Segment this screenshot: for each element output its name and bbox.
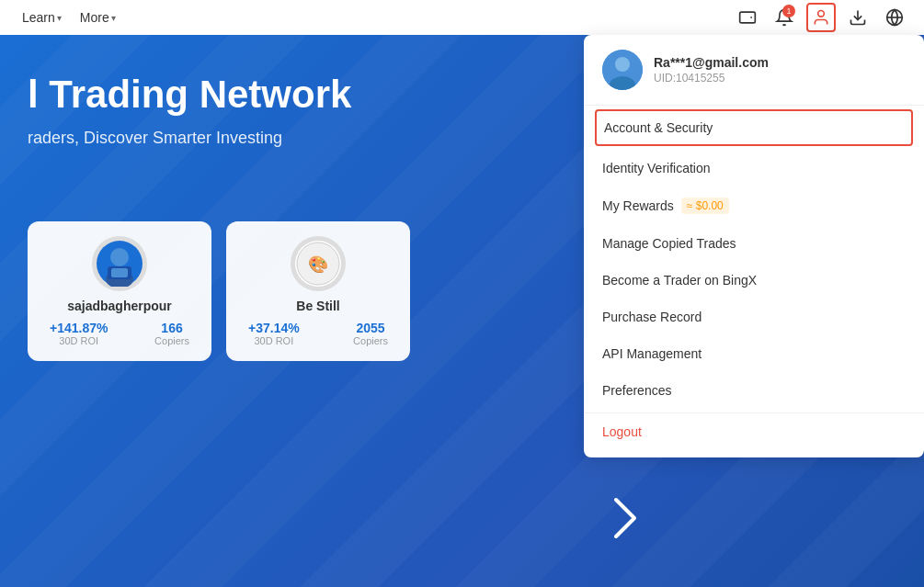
nav-left: Learn ▾ More ▾ [15,6,123,28]
svg-rect-0 [740,12,756,23]
trader-name-2: Be Still [248,299,388,313]
svg-point-6 [110,248,129,266]
menu-label-purchase-record: Purchase Record [602,310,702,324]
trader-stats-2: +37.14% 30D ROI 2055 Copiers [248,321,388,346]
trader-card-2[interactable]: 🎨 Be Still +37.14% 30D ROI 2055 Copiers [226,221,410,361]
notification-badge: 1 [782,5,795,17]
profile-button[interactable] [806,3,836,32]
menu-item-identity-verification[interactable]: Identity Verification [584,150,924,186]
menu-item-api-management[interactable]: API Management [584,335,924,372]
menu-item-preferences[interactable]: Preferences [584,372,924,409]
menu-label-api-management: API Management [602,346,702,361]
nav-learn-chevron: ▾ [57,13,62,23]
trader-avatar-2: 🎨 [291,236,346,291]
trader-roi-1: +141.87% 30D ROI [50,321,108,346]
trader-card-1[interactable]: sajadbagherpour +141.87% 30D ROI 166 Cop… [28,221,211,361]
nav-more-label: More [80,10,109,25]
notification-button[interactable]: 1 [770,3,799,32]
trader-copiers-1: 166 Copiers [154,321,189,346]
user-info: Ra***1@gmail.com UID:10415255 [654,55,906,85]
menu-label-preferences: Preferences [602,383,671,398]
menu-label-become-trader: Become a Trader on BingX [602,273,757,288]
trader-avatar-1 [92,236,147,291]
header: Learn ▾ More ▾ 1 [0,0,924,35]
menu-item-purchase-record[interactable]: Purchase Record [584,299,924,335]
user-email: Ra***1@gmail.com [654,55,906,70]
nav-learn[interactable]: Learn ▾ [15,6,69,28]
next-arrow-button[interactable] [607,500,644,536]
svg-point-14 [615,57,630,72]
svg-text:🎨: 🎨 [308,254,329,275]
menu-label-identity-verification: Identity Verification [602,161,711,175]
nav-more-chevron: ▾ [111,13,116,23]
trader-stats-1: +141.87% 30D ROI 166 Copiers [50,321,189,346]
download-button[interactable] [843,3,873,32]
reward-badge: ≈ $0.00 [681,198,729,214]
nav-right: 1 [733,3,909,32]
user-uid: UID:10415255 [654,72,906,85]
user-dropdown: Ra***1@gmail.com UID:10415255 Account & … [584,35,924,457]
trader-name-1: sajadbagherpour [50,299,189,313]
svg-point-1 [818,11,825,17]
menu-label-account-security: Account & Security [604,120,713,135]
menu-item-my-rewards[interactable]: My Rewards ≈ $0.00 [584,186,924,225]
dropdown-header: Ra***1@gmail.com UID:10415255 [584,35,924,106]
menu-label-my-rewards: My Rewards [602,198,674,213]
logout-label: Logout [602,424,642,439]
nav-learn-label: Learn [22,10,55,25]
menu-item-account-security[interactable]: Account & Security [595,109,913,146]
wallet-button[interactable] [733,3,762,32]
nav-more[interactable]: More ▾ [73,6,123,28]
user-avatar [602,50,643,90]
menu-item-manage-copied-trades[interactable]: Manage Copied Trades [584,225,924,262]
menu-label-manage-copied-trades: Manage Copied Trades [602,236,736,251]
svg-rect-9 [111,268,128,277]
globe-button[interactable] [880,3,909,32]
menu-item-become-trader[interactable]: Become a Trader on BingX [584,262,924,299]
trader-roi-2: +37.14% 30D ROI [248,321,300,346]
trader-copiers-2: 2055 Copiers [353,321,388,346]
logout-button[interactable]: Logout [584,412,924,450]
